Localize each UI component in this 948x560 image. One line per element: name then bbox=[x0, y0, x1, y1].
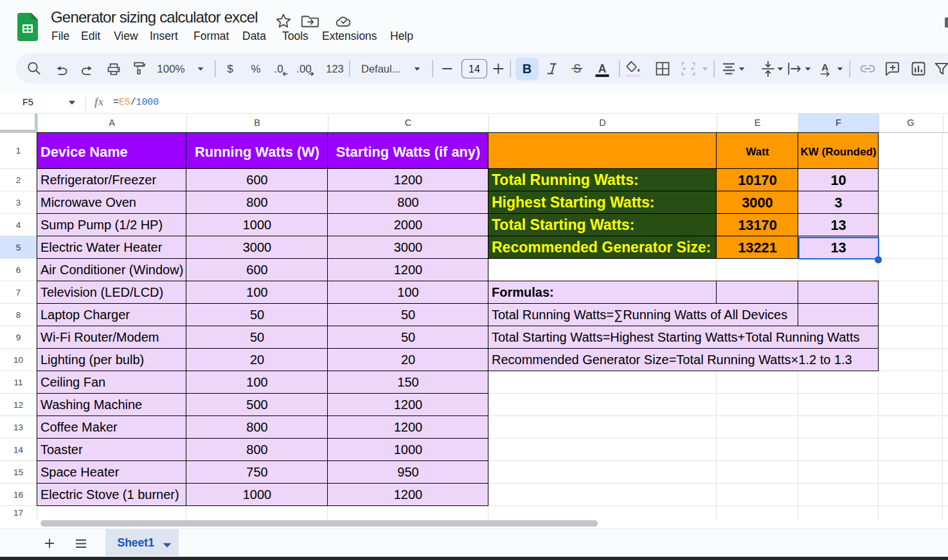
svg-text:100%: 100% bbox=[157, 63, 184, 75]
svg-text:A: A bbox=[821, 62, 828, 73]
svg-text:Defaul...: Defaul... bbox=[361, 63, 400, 74]
svg-text:14: 14 bbox=[469, 64, 480, 74]
svg-text:.0: .0 bbox=[274, 63, 283, 75]
svg-text:B: B bbox=[523, 62, 532, 76]
svg-text:$: $ bbox=[227, 63, 233, 75]
svg-text:%: % bbox=[251, 63, 260, 75]
svg-text:A: A bbox=[598, 62, 607, 75]
svg-text:123: 123 bbox=[326, 63, 344, 74]
svg-text:.00: .00 bbox=[296, 63, 312, 75]
